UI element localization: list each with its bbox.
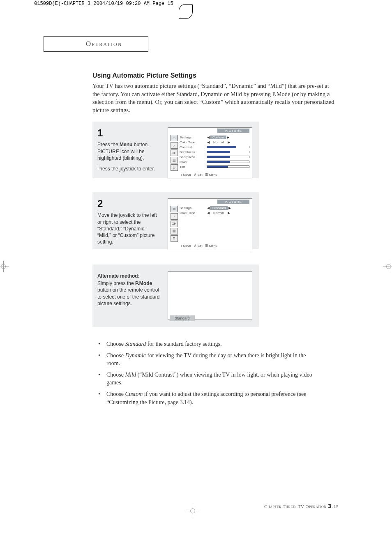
b3i: Mild bbox=[125, 372, 136, 378]
alternate-title: Alternate method: bbox=[97, 273, 160, 279]
picture-icon: ▭ bbox=[171, 206, 178, 212]
step2-text: Move the joystick to the left or right t… bbox=[97, 212, 160, 245]
osd-icon-column: ▭ ♪ CH ▤ ⚙ bbox=[168, 134, 179, 172]
b2a: Choose bbox=[106, 352, 125, 359]
page-heading: Using Automatic Picture Settings bbox=[92, 72, 323, 79]
b3b: (“Mild Contrast”) when viewing the TV in… bbox=[106, 372, 312, 386]
sound-icon: ♪ bbox=[171, 213, 178, 220]
print-header: 01509D(E)-CHAPTER 3 2004/10/19 09:20 AM … bbox=[0, 0, 392, 7]
osd-contrast-label: Contrast bbox=[180, 145, 207, 149]
page-footer: Chapter Three: TV Operation 3.15 bbox=[264, 502, 339, 509]
osd-foot-menu: Menu bbox=[209, 173, 217, 177]
arrow-left-icon: ◀ bbox=[207, 140, 210, 144]
step-2-number: 2 bbox=[97, 197, 160, 210]
arrow-left-icon: ◀ bbox=[207, 136, 210, 139]
b1b: for the standard factory settings. bbox=[146, 341, 221, 347]
registration-mark-left bbox=[0, 261, 9, 272]
osd-foot-set: Set bbox=[198, 173, 203, 177]
standard-chip: Standard bbox=[170, 315, 195, 321]
osd-icon-column: ▭ ♪ CH ▤ ⚙ bbox=[168, 205, 179, 243]
osd-title: PICTURE bbox=[217, 200, 249, 204]
osd-colortone-label: Color Tone bbox=[180, 211, 207, 215]
arrow-left-icon: ◀ bbox=[207, 211, 210, 215]
menu-icon: ☰ bbox=[205, 173, 208, 177]
bullet-custom: Choose Custom if you want to adjust the … bbox=[92, 390, 321, 406]
print-header-text: 01509D(E)-CHAPTER 3 2004/10/19 09:20 AM … bbox=[34, 1, 173, 7]
section-title: Operation bbox=[86, 40, 122, 48]
osd-settings-value: Standard bbox=[210, 206, 228, 210]
b1i: Standard bbox=[125, 341, 146, 347]
bullet-mild: Choose Mild (“Mild Contrast”) when viewi… bbox=[92, 371, 321, 387]
function-icon: ▤ bbox=[171, 228, 178, 235]
enter-icon: ↲ bbox=[194, 173, 196, 177]
osd-foot-move: Move bbox=[183, 244, 191, 248]
osd-tint-label: Tint bbox=[180, 165, 207, 169]
enter-icon: ↲ bbox=[194, 244, 196, 248]
section-title-box: Operation bbox=[44, 36, 148, 52]
arrow-right-icon: ▶ bbox=[227, 140, 231, 144]
osd-title: PICTURE bbox=[217, 129, 249, 133]
footer-label: Chapter Three: TV Operation bbox=[264, 504, 328, 509]
osd-settings-label: Settings bbox=[180, 206, 207, 210]
osd-footer: ↕ Move ↲ Set ☰ Menu bbox=[168, 243, 252, 250]
bullet-list: Choose Standard for the standard factory… bbox=[92, 340, 321, 409]
alternate-method-card: Alternate method: Simply press the P.Mod… bbox=[92, 264, 259, 327]
alt-pmode-bold: P.Mode bbox=[135, 280, 152, 286]
bullet-dynamic: Choose Dynamic for viewing the TV during… bbox=[92, 352, 321, 368]
osd-sharpness-label: Sharpness bbox=[180, 155, 207, 159]
fold-mark bbox=[179, 4, 192, 18]
registration-mark-bottom bbox=[187, 505, 198, 517]
osd-brightness-label: Brightness bbox=[180, 150, 207, 154]
osd-colortone-label: Color Tone bbox=[180, 140, 207, 144]
step-1-osd: PICTURE ▭ ♪ CH ▤ ⚙ Settings◀Custom▶ Colo… bbox=[164, 122, 259, 185]
sound-icon: ♪ bbox=[171, 142, 178, 149]
step-2-card: 2 Move the joystick to the left or right… bbox=[92, 192, 259, 249]
step-1-number: 1 bbox=[97, 126, 160, 140]
b2i: Dynamic bbox=[125, 352, 146, 359]
osd-color-label: Color bbox=[180, 160, 207, 164]
b3a: Choose bbox=[106, 372, 125, 378]
step-2-text: 2 Move the joystick to the left or right… bbox=[92, 192, 164, 256]
step-1-card: 1 Press the Menu button. PICTURE icon wi… bbox=[92, 122, 259, 178]
intro-paragraph: Your TV has two automatic picture settin… bbox=[92, 82, 337, 114]
step1-text-a: Press the bbox=[97, 142, 120, 147]
setup-icon: ⚙ bbox=[171, 164, 178, 171]
step-2-osd: PICTURE ▭ ♪ CH ▤ ⚙ Settings◀Standard▶ Co… bbox=[164, 192, 259, 256]
footer-page-major: 3 bbox=[328, 502, 332, 509]
step1-text-2: Press the joystick to enter. bbox=[97, 166, 160, 172]
arrow-left-icon: ◀ bbox=[207, 206, 210, 210]
menu-icon: ☰ bbox=[205, 244, 208, 248]
b1a: Choose bbox=[106, 341, 125, 347]
alt-text-a: Simply press the bbox=[97, 280, 135, 286]
osd-colortone-value: Normal bbox=[210, 211, 227, 215]
osd-colortone-value: Normal bbox=[210, 140, 227, 144]
osd-settings-label: Settings bbox=[180, 136, 207, 139]
picture-icon: ▭ bbox=[171, 135, 178, 141]
osd-footer: ↕ Move ↲ Set ☰ Menu bbox=[168, 172, 252, 179]
step1-menu-bold: Menu bbox=[120, 142, 132, 147]
osd-foot-set: Set bbox=[198, 244, 203, 248]
footer-page-minor: 15 bbox=[334, 504, 339, 509]
osd-settings-value: Custom bbox=[210, 136, 226, 139]
registration-mark-right bbox=[383, 261, 392, 272]
alternate-text: Alternate method: Simply press the P.Mod… bbox=[92, 264, 164, 327]
b4i: Custom bbox=[125, 391, 143, 397]
alt-text-c: button on the remote control to select o… bbox=[97, 287, 159, 306]
osd-foot-menu: Menu bbox=[209, 244, 217, 248]
channel-icon: CH bbox=[171, 149, 178, 156]
bullet-standard: Choose Standard for the standard factory… bbox=[92, 340, 321, 348]
setup-icon: ⚙ bbox=[171, 235, 178, 242]
b4a: Choose bbox=[106, 391, 125, 397]
arrow-right-icon: ▶ bbox=[226, 136, 230, 139]
channel-icon: CH bbox=[171, 221, 178, 227]
updown-icon: ↕ bbox=[180, 173, 182, 177]
osd-foot-move: Move bbox=[183, 173, 191, 177]
updown-icon: ↕ bbox=[180, 244, 182, 248]
step-1-text: 1 Press the Menu button. PICTURE icon wi… bbox=[92, 122, 164, 185]
arrow-right-icon: ▶ bbox=[228, 206, 231, 210]
arrow-right-icon: ▶ bbox=[227, 211, 231, 215]
footer-dot: . bbox=[332, 504, 333, 509]
function-icon: ▤ bbox=[171, 157, 178, 163]
